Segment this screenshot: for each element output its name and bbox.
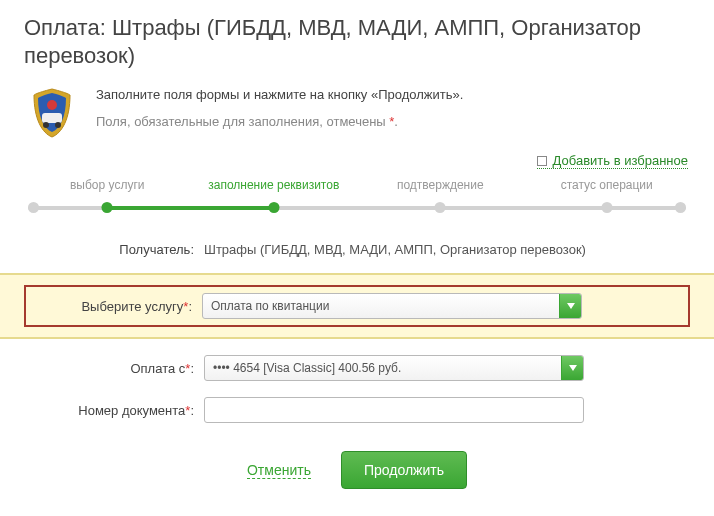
progress-step-2: подтверждение (357, 178, 524, 192)
intro-line1: Заполните поля формы и нажмите на кнопку… (96, 85, 463, 106)
cancel-link[interactable]: Отменить (247, 462, 311, 479)
required-note: Поля, обязательные для заполнения, отмеч… (96, 112, 463, 133)
progress-dot-1 (268, 202, 279, 213)
chevron-down-icon (561, 356, 583, 380)
progress-bar: выбор услуги заполнение реквизитов подтв… (24, 178, 690, 218)
doc-number-label: Номер документа*: (24, 403, 204, 418)
progress-dot-3 (601, 202, 612, 213)
svg-point-2 (43, 122, 49, 128)
service-label: Выберите услугу*: (34, 299, 202, 314)
add-to-favorites-link[interactable]: Добавить в избранное (537, 153, 688, 169)
progress-dot-start (28, 202, 39, 213)
progress-step-0: выбор услуги (24, 178, 191, 192)
doc-number-input[interactable] (204, 397, 584, 423)
gibdd-badge-icon (24, 85, 80, 141)
progress-dot-0 (102, 202, 113, 213)
chevron-down-icon (559, 294, 581, 318)
service-select[interactable]: Оплата по квитанции (202, 293, 582, 319)
progress-dot-2 (435, 202, 446, 213)
progress-step-3: статус операции (524, 178, 691, 192)
pay-from-select[interactable]: •••• 4654 [Visa Classic] 400.56 руб. (204, 355, 584, 381)
progress-dot-end (675, 202, 686, 213)
pay-from-label: Оплата с*: (24, 361, 204, 376)
svg-point-0 (47, 100, 57, 110)
svg-rect-1 (42, 113, 62, 123)
svg-point-3 (55, 122, 61, 128)
recipient-label: Получатель: (24, 242, 204, 257)
page-title: Оплата: Штрафы (ГИБДД, МВД, МАДИ, АМПП, … (24, 14, 690, 69)
continue-button[interactable]: Продолжить (341, 451, 467, 489)
progress-step-1: заполнение реквизитов (191, 178, 358, 192)
recipient-value: Штрафы (ГИБДД, МВД, МАДИ, АМПП, Организа… (204, 242, 690, 257)
bookmark-icon (537, 156, 547, 166)
